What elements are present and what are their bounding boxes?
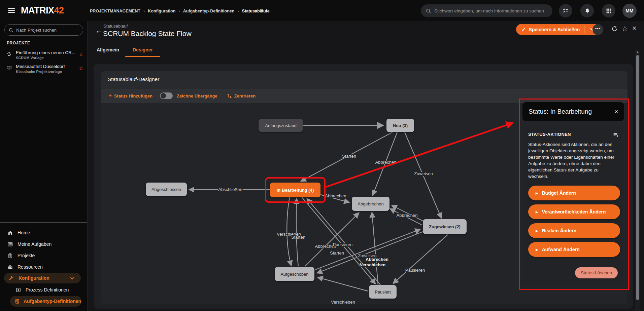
tasks-checklist-button[interactable] bbox=[559, 4, 572, 17]
state-node-anfangszustand[interactable]: Anfangszustand bbox=[259, 119, 303, 132]
refresh-cycle-icon bbox=[6, 51, 12, 58]
hamburger-menu-icon[interactable] bbox=[8, 8, 15, 13]
breadcrumb-item[interactable]: Konfiguration bbox=[148, 9, 175, 13]
page-title: SCRUM Backlog State Flow bbox=[103, 30, 192, 38]
app-logo[interactable]: MATRIX42 bbox=[21, 5, 64, 16]
edge-label: Abbrechen bbox=[366, 257, 388, 262]
close-icon[interactable]: × bbox=[614, 108, 618, 115]
draw-transitions-label: Zeichne Übergänge bbox=[177, 93, 217, 99]
sidebar-item-label: Prozess Definitionen bbox=[26, 287, 69, 293]
sidebar-item-prozess-definitionen[interactable]: Prozess Definitionen bbox=[0, 285, 88, 295]
edge-label: Abbrechen bbox=[325, 193, 346, 198]
breadcrumb-item[interactable]: Aufgabentyp-Definitionen bbox=[183, 9, 235, 13]
status-panel-title: Status: In Bearbeitung bbox=[529, 108, 614, 115]
play-icon: ▶ bbox=[536, 248, 538, 251]
state-node-in-bearbeitung[interactable]: In Bearbeitung (4) bbox=[270, 183, 320, 197]
action-button-verantwortlichkeiten[interactable]: ▶ Verantwortlichkeiten Ändern bbox=[528, 204, 620, 219]
state-node-neu[interactable]: Neu (3) bbox=[386, 119, 414, 132]
project-list-item[interactable]: Messeauftritt Düsseldorf Klassische Proj… bbox=[0, 64, 88, 77]
sidebar-item-label: Ressourcen bbox=[18, 264, 43, 270]
sidebar-item-label: Meine Aufgaben bbox=[18, 241, 52, 247]
project-search-input[interactable] bbox=[16, 28, 79, 33]
crop-center-icon bbox=[227, 93, 232, 99]
grid-icon bbox=[606, 8, 612, 14]
add-status-button[interactable]: + Status Hinzufügen bbox=[108, 92, 152, 99]
search-icon bbox=[426, 8, 431, 14]
delete-status-button[interactable]: Status Löschen bbox=[575, 267, 618, 278]
bell-icon bbox=[584, 8, 590, 14]
state-node-abgeschlossen[interactable]: Abgeschlossen bbox=[146, 183, 187, 196]
action-button-aufwand[interactable]: ▶ Aufwand Ändern bbox=[528, 242, 620, 257]
project-search[interactable] bbox=[4, 24, 83, 36]
task-list-icon bbox=[7, 241, 13, 247]
save-close-button[interactable]: ✓ Speichern & Schließen bbox=[516, 24, 599, 35]
chevron-down-icon bbox=[70, 275, 74, 281]
refresh-button[interactable] bbox=[611, 26, 618, 32]
edge-label: Starten bbox=[342, 154, 356, 159]
refresh-icon bbox=[611, 26, 618, 32]
scrollbar-up-arrow[interactable]: ▲ bbox=[636, 50, 639, 53]
play-icon: ▶ bbox=[536, 210, 538, 214]
projects-section-title: PROJEKTE bbox=[7, 41, 30, 45]
breadcrumb: PROJEKTMANAGEMENT › Konfiguration › Aufg… bbox=[90, 8, 270, 13]
edge-label: Starten bbox=[291, 235, 305, 240]
designer-toolbar: + Status Hinzufügen Zeichne Übergänge Ze… bbox=[101, 89, 628, 103]
global-search-input[interactable] bbox=[434, 8, 548, 13]
edge-label: Pausieren bbox=[333, 242, 353, 247]
scrollbar-thumb[interactable] bbox=[636, 55, 639, 300]
action-button-risiken[interactable]: ▶ Risiken Ändern bbox=[528, 223, 620, 238]
close-icon[interactable]: × bbox=[632, 24, 637, 33]
sidebar-divider bbox=[0, 223, 87, 223]
status-panel-header: Status: In Bearbeitung × bbox=[522, 102, 624, 121]
clipboard-icon bbox=[7, 252, 13, 259]
sidebar-item-aufgabentyp-definitionen[interactable]: Aufgabentyp-Definitionen bbox=[10, 296, 81, 307]
sidebar-item-label: Aufgabentyp-Definitionen bbox=[24, 299, 81, 304]
page-eyebrow: Statusablauf bbox=[103, 24, 128, 29]
sidebar-item-label: Projekte bbox=[18, 253, 35, 258]
document-check-icon bbox=[14, 298, 20, 304]
wrench-icon bbox=[8, 275, 14, 281]
sidebar-item-ressourcen[interactable]: Ressourcen bbox=[0, 262, 88, 272]
notifications-button[interactable] bbox=[580, 4, 594, 17]
sidebar-item-konfiguration[interactable]: Konfiguration bbox=[4, 273, 81, 283]
breadcrumb-item-current: Statusabläufe bbox=[242, 9, 270, 13]
edge-label: Pausieren bbox=[405, 268, 425, 273]
action-button-budget[interactable]: ▶ Budget Ändern bbox=[528, 186, 620, 200]
favorite-star-icon[interactable]: ☆ bbox=[79, 65, 83, 71]
status-panel-body: STATUS-AKTIONEN Status-Aktionen sind Akt… bbox=[522, 126, 623, 284]
edge-label: Verschieben bbox=[360, 262, 386, 267]
state-node-pausiert[interactable]: Pausiert bbox=[369, 285, 397, 299]
breadcrumb-item[interactable]: PROJEKTMANAGEMENT bbox=[90, 9, 140, 13]
tab-allgemein[interactable]: Allgemein bbox=[97, 47, 119, 52]
tab-designer[interactable]: Designer bbox=[133, 47, 153, 52]
sidebar-item-home[interactable]: Home bbox=[0, 228, 88, 237]
center-view-button[interactable]: Zentrieren bbox=[227, 93, 256, 99]
global-search[interactable] bbox=[421, 4, 552, 17]
favorite-star-icon[interactable]: ☆ bbox=[79, 51, 83, 57]
checklist-icon bbox=[563, 8, 569, 14]
sidebar: PROJEKTE Einführung eines neuen CR... SC… bbox=[0, 21, 88, 311]
favorite-star-icon[interactable]: ☆ bbox=[622, 25, 628, 33]
play-icon: ▶ bbox=[536, 229, 538, 233]
chart-board-icon bbox=[6, 65, 12, 72]
chevron-right-icon: › bbox=[178, 8, 180, 13]
playlist-add-icon[interactable] bbox=[613, 132, 619, 138]
home-icon bbox=[7, 230, 13, 236]
status-actions-heading: STATUS-AKTIONEN bbox=[528, 132, 619, 138]
project-list-item[interactable]: Einführung eines neuen CR... SCRUM Vorla… bbox=[0, 50, 88, 63]
back-button[interactable]: ← bbox=[95, 26, 103, 35]
project-title: Einführung eines neuen CR... bbox=[16, 50, 75, 55]
draw-transitions-toggle[interactable] bbox=[160, 92, 173, 99]
apps-grid-button[interactable] bbox=[602, 4, 615, 17]
check-icon: ✓ bbox=[521, 27, 526, 33]
edge-label: Abbrechen bbox=[375, 160, 397, 165]
more-options-button[interactable]: ••• bbox=[592, 24, 603, 35]
state-node-zugewiesen[interactable]: Zugewiesen (2) bbox=[423, 219, 467, 234]
user-avatar[interactable]: MM bbox=[622, 4, 637, 18]
sidebar-item-projekte[interactable]: Projekte bbox=[0, 251, 88, 260]
edge-label: Abbrechen bbox=[397, 213, 418, 218]
sidebar-item-meine-aufgaben[interactable]: Meine Aufgaben bbox=[0, 239, 88, 249]
state-node-abgebrochen[interactable]: Abgebrochen bbox=[352, 197, 389, 211]
plus-icon: + bbox=[108, 92, 112, 99]
state-node-aufgeschoben[interactable]: Aufgeschoben bbox=[275, 267, 314, 281]
